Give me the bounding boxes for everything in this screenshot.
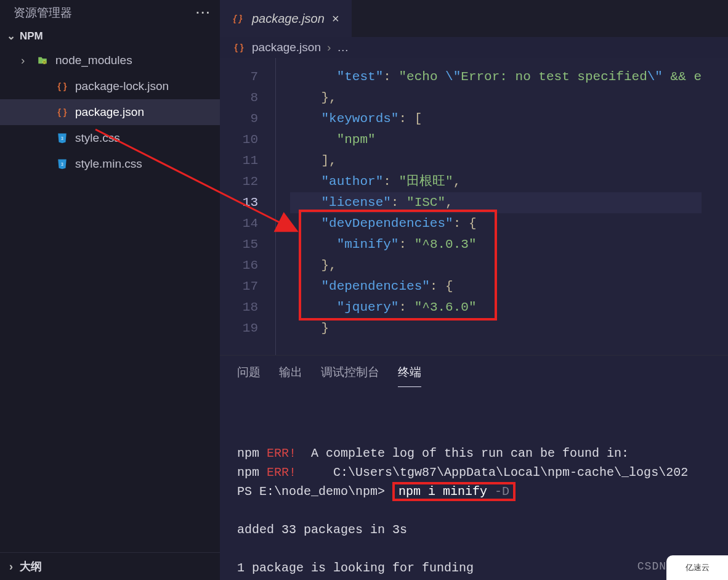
code-line[interactable]: }	[290, 318, 702, 339]
chevron-right-icon: ›	[21, 51, 30, 70]
code-line[interactable]: "jquery": "^3.6.0"	[290, 297, 702, 318]
terminal-line: npm ERR! C:\Users\tgw87\AppData\Local\np…	[237, 463, 711, 482]
terminal[interactable]: npm ERR! A complete log of this run can …	[220, 387, 728, 580]
file-tree: ›JSnode_modules{ }package-lock.json{ }pa…	[0, 46, 220, 179]
code-line[interactable]: "dependencies": {	[290, 276, 702, 297]
brand-watermark-label: 亿速云	[686, 562, 710, 573]
code-line[interactable]: "minify": "^8.0.3"	[290, 234, 702, 255]
breadcrumb[interactable]: { } package.json › …	[220, 37, 728, 58]
code-line[interactable]: },	[290, 255, 702, 276]
line-number: 9	[220, 108, 258, 129]
folder-icon: JS	[36, 55, 49, 66]
line-number: 11	[220, 150, 258, 171]
code-line[interactable]: "devDependencies": {	[290, 213, 702, 234]
tree-item-node-modules[interactable]: ›JSnode_modules	[0, 47, 220, 73]
line-number: 14	[220, 213, 258, 234]
tree-item-style-css[interactable]: 3style.css	[0, 125, 220, 151]
code-line[interactable]: "npm"	[290, 129, 702, 150]
breadcrumb-file: package.json	[252, 41, 321, 54]
line-number: 17	[220, 276, 258, 297]
more-actions-icon[interactable]: ···	[196, 6, 211, 20]
tree-item-label: style.css	[75, 128, 120, 148]
tree-item-label: package.json	[75, 102, 144, 122]
main-area: { } package.json × { } package.json › … …	[220, 0, 728, 580]
editor-tabs: { } package.json ×	[220, 0, 728, 37]
json-icon: { }	[232, 43, 246, 52]
terminal-line: PS E:\node_demo\npm> npm i minify -D	[237, 482, 711, 501]
line-number: 15	[220, 234, 258, 255]
css-icon: 3	[55, 158, 69, 170]
svg-text:JS: JS	[42, 61, 46, 64]
svg-text:3: 3	[61, 162, 63, 166]
explorer-sidebar: 资源管理器 ··· ⌄ NPM ›JSnode_modules{ }packag…	[0, 0, 220, 580]
code-line[interactable]: ],	[290, 150, 702, 171]
line-number: 12	[220, 171, 258, 192]
annotation-box-command: npm i minify -D	[392, 482, 516, 501]
json-icon: { }	[231, 14, 245, 23]
code-line[interactable]: },	[290, 88, 702, 108]
csdn-watermark: CSDN	[637, 557, 666, 576]
tree-item-package-json[interactable]: { }package.json	[0, 99, 220, 125]
code-line[interactable]: "keywords": [	[290, 108, 702, 129]
tree-item-style-min-css[interactable]: 3style.min.css	[0, 151, 220, 177]
bottom-panel: 问题输出调试控制台终端 npm ERR! A complete log of t…	[220, 355, 728, 580]
breadcrumb-rest: …	[337, 41, 349, 54]
indent-guide	[275, 58, 290, 355]
terminal-line	[237, 501, 711, 520]
tree-item-label: package-lock.json	[75, 76, 169, 96]
terminal-line	[237, 539, 711, 558]
json-icon: { }	[55, 102, 69, 122]
panel-tab-0[interactable]: 问题	[237, 364, 261, 387]
code-line[interactable]: "license": "ISC",	[290, 192, 702, 213]
terminal-line: npm ERR! A complete log of this run can …	[237, 444, 711, 463]
tree-item-label: style.min.css	[75, 154, 142, 174]
breadcrumb-sep-icon: ›	[327, 41, 331, 54]
panel-tabs: 问题输出调试控制台终端	[220, 356, 728, 387]
line-gutter: 78910111213141516171819	[220, 58, 275, 355]
chevron-down-icon: ⌄	[6, 30, 16, 43]
code-editor[interactable]: 78910111213141516171819 "test": "echo \"…	[220, 58, 728, 355]
json-icon: { }	[55, 76, 69, 96]
line-number: 10	[220, 129, 258, 150]
panel-tab-1[interactable]: 输出	[279, 364, 302, 387]
tab-package-json[interactable]: { } package.json ×	[220, 0, 352, 37]
svg-text:3: 3	[61, 136, 63, 141]
code-body[interactable]: "test": "echo \"Error: no test specified…	[290, 58, 702, 355]
tab-title: package.json	[252, 12, 325, 26]
folder-section-label: NPM	[20, 30, 43, 43]
line-number: 8	[220, 88, 258, 108]
brand-watermark: 亿速云	[666, 555, 728, 580]
css-icon: 3	[55, 133, 69, 144]
line-number: 18	[220, 297, 258, 318]
outline-section-header[interactable]: › 大纲	[0, 552, 220, 580]
folder-section-header[interactable]: ⌄ NPM	[0, 26, 220, 46]
line-number: 19	[220, 318, 258, 339]
outline-label: 大纲	[20, 559, 42, 574]
terminal-line: added 33 packages in 3s	[237, 520, 711, 539]
panel-tab-3[interactable]: 终端	[398, 364, 421, 387]
tree-item-package-lock-json[interactable]: { }package-lock.json	[0, 73, 220, 99]
code-line[interactable]: "author": "田根旺",	[290, 171, 702, 192]
line-number: 13	[220, 192, 258, 213]
line-number: 7	[220, 67, 258, 88]
close-icon[interactable]: ×	[332, 12, 339, 26]
panel-tab-2[interactable]: 调试控制台	[321, 364, 379, 387]
terminal-prompt: PS E:\node_demo\npm>	[237, 484, 392, 499]
chevron-right-icon: ›	[6, 560, 16, 573]
explorer-title: 资源管理器	[14, 5, 72, 21]
explorer-header: 资源管理器 ···	[0, 0, 220, 26]
terminal-line: run `npm fund` for details	[237, 578, 711, 580]
code-line[interactable]: "test": "echo \"Error: no test specified…	[290, 67, 702, 88]
tree-item-label: node_modules	[55, 51, 132, 70]
line-number: 16	[220, 255, 258, 276]
